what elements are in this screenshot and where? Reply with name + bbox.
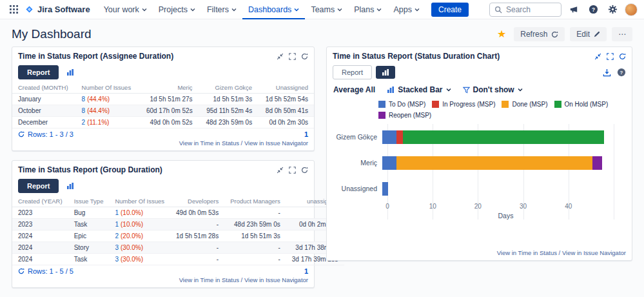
nav-item-apps[interactable]: Apps (387, 0, 425, 19)
panel-header-icons (594, 53, 626, 60)
view-in-issue-navigator-link[interactable]: View in Issue Navigator (562, 249, 626, 256)
legend-item[interactable]: In Progress (MSP) (432, 101, 495, 108)
issue-count-link[interactable]: 3 (115, 256, 119, 263)
issue-percentage: (44.4%) (87, 96, 110, 103)
download-chart-icon[interactable] (603, 68, 611, 77)
table-cell: 2023 (12, 219, 68, 230)
table-row: 2024Story3(30.0%)--3d 17h 38m 2s (12, 242, 344, 254)
pagination-page-number[interactable]: 1 (304, 267, 308, 275)
issue-count-link[interactable]: 2 (115, 232, 119, 240)
column-header: Meriç (139, 81, 199, 94)
bar-segment[interactable] (396, 130, 404, 144)
jira-logo[interactable]: Jira Software (24, 5, 90, 14)
table-cell: 2024 (12, 242, 68, 254)
chevron-down-icon (142, 7, 147, 12)
issue-count-link[interactable]: 1 (115, 209, 119, 216)
app-switcher-icon[interactable] (6, 3, 21, 17)
more-options-button[interactable]: ⋯ (612, 27, 632, 41)
panel-assignee-duration: Time in Status Report (Assignee Duration… (12, 46, 315, 151)
pagination-page-number[interactable]: 1 (304, 130, 308, 138)
table-row: 2023Task1(10.0%)-48d 23h 59m 0s0d 0h 2m … (12, 219, 344, 230)
svg-text:?: ? (620, 70, 623, 76)
refresh-button[interactable]: Refresh (514, 27, 565, 41)
table-row: October8(44.4%)60d 17h 0m 52s95d 11h 52m… (12, 105, 314, 117)
nav-item-filters[interactable]: Filters (201, 0, 242, 19)
collapse-icon[interactable] (594, 53, 601, 60)
table-cell: December (12, 117, 76, 128)
report-tab[interactable]: Report (18, 65, 59, 79)
panel-footer-links: View in Time in Status / View in Issue N… (327, 248, 632, 260)
table-cell: 8(44.4%) (76, 94, 139, 105)
search-input[interactable]: Search (489, 3, 561, 17)
issue-count-link[interactable]: 1 (115, 221, 119, 228)
bar-segment[interactable] (382, 130, 396, 144)
refresh-icon[interactable] (301, 167, 308, 174)
collapse-icon[interactable] (277, 167, 284, 174)
legend-item[interactable]: Done (MSP) (502, 101, 547, 108)
bar-segment[interactable] (382, 156, 396, 170)
view-in-issue-navigator-link[interactable]: View in Issue Navigator (244, 276, 308, 283)
edit-button[interactable]: Edit (570, 27, 607, 41)
expand-icon[interactable] (607, 53, 614, 60)
gadget-help-icon[interactable]: ? (617, 68, 626, 77)
create-button[interactable]: Create (431, 3, 469, 17)
pagination-rows-label[interactable]: Rows: 1 - 3 / 3 (18, 130, 73, 138)
top-navigation: Jira Software Your workProjectsFiltersDa… (0, 0, 644, 19)
expand-icon[interactable] (289, 167, 296, 174)
nav-item-dashboards[interactable]: Dashboards (242, 0, 305, 19)
column-header: Number Of Issues (76, 81, 139, 94)
x-axis-ticks: 010203040 (387, 203, 623, 211)
table-cell: 2(20.0%) (109, 230, 170, 242)
expand-icon[interactable] (289, 53, 296, 60)
chart-view-tab[interactable] (63, 180, 78, 192)
nav-item-projects[interactable]: Projects (153, 0, 201, 19)
legend-item[interactable]: On Hold (MSP) (554, 101, 609, 108)
favorite-star-icon[interactable]: ★ (497, 29, 506, 39)
bar-segment[interactable] (382, 182, 388, 196)
view-in-time-in-status-link[interactable]: View in Time in Status (497, 249, 557, 256)
chart-row: Gizem Gökçe (332, 124, 624, 150)
refresh-icon[interactable] (619, 53, 626, 60)
chevron-down-icon (415, 7, 420, 12)
nav-item-plans[interactable]: Plans (348, 0, 387, 19)
view-in-issue-navigator-link[interactable]: View in Issue Navigator (244, 139, 308, 147)
pagination-rows-label[interactable]: Rows: 1 - 5 / 5 (18, 267, 73, 275)
avatar[interactable] (625, 3, 638, 16)
bar-track (382, 130, 623, 144)
table-cell: - (170, 254, 224, 265)
column-header: Developers (170, 195, 224, 207)
bar-segment[interactable] (396, 156, 593, 170)
view-in-time-in-status-link[interactable]: View in Time in Status (179, 139, 239, 147)
legend-swatch (378, 112, 385, 119)
issue-count-link[interactable]: 2 (82, 119, 86, 126)
bar-segment[interactable] (403, 130, 604, 144)
table-cell: 49d 0h 0m 52s (139, 117, 199, 128)
refresh-icon[interactable] (301, 53, 308, 60)
chart-view-tab[interactable] (63, 67, 78, 78)
legend-item[interactable]: Reopen (MSP) (378, 112, 431, 119)
x-tick-label: 40 (565, 203, 572, 210)
bar-segment[interactable] (592, 156, 601, 170)
assignee-duration-table: Created (MONTH)Number Of IssuesMeriçGize… (12, 81, 314, 128)
report-tab[interactable]: Report (18, 179, 59, 193)
help-icon[interactable]: ? (586, 3, 600, 17)
show-filter-dropdown[interactable]: Don't show (463, 85, 523, 94)
nav-item-teams[interactable]: Teams (305, 0, 348, 19)
issue-count-link[interactable]: 8 (82, 96, 86, 103)
legend-item[interactable]: To Do (MSP) (378, 101, 425, 108)
collapse-icon[interactable] (277, 53, 284, 60)
report-tab[interactable]: Report (333, 65, 372, 79)
settings-gear-icon[interactable] (605, 3, 620, 17)
chart-view-tab-selected[interactable] (376, 66, 395, 79)
table-cell: 2(11.1%) (76, 117, 139, 128)
table-cell: 48d 23h 59m 0s (224, 219, 286, 230)
nav-item-your-work[interactable]: Your work (98, 0, 153, 19)
column-header: Created (YEAR) (12, 195, 68, 207)
category-label: Unassigned (332, 185, 382, 192)
view-in-time-in-status-link[interactable]: View in Time in Status (179, 276, 239, 283)
issue-count-link[interactable]: 8 (82, 107, 86, 114)
issue-count-link[interactable]: 3 (115, 244, 119, 251)
table-cell: Task (68, 219, 110, 230)
announcements-icon[interactable] (567, 3, 581, 17)
chart-type-dropdown[interactable]: Stacked Bar (387, 85, 451, 94)
